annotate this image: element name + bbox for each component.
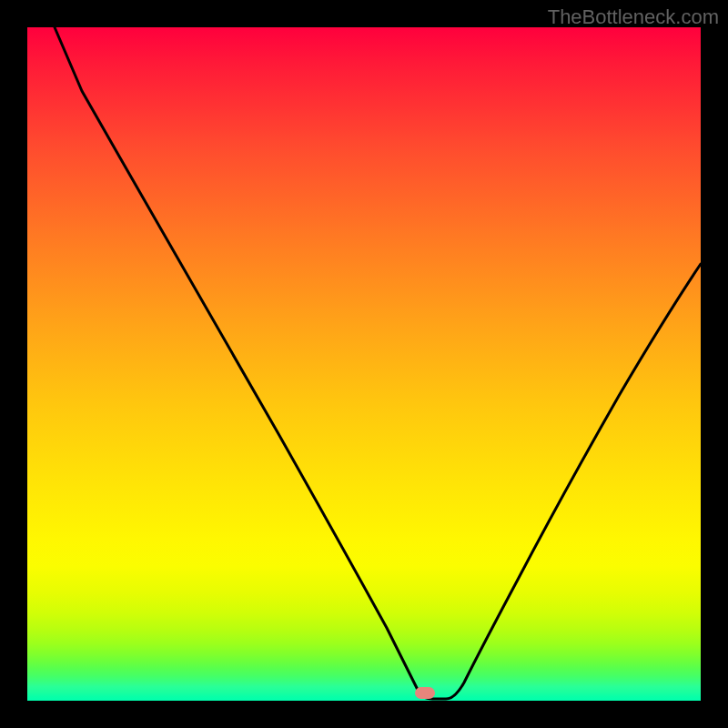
watermark-text: TheBottleneck.com <box>548 5 719 29</box>
bottleneck-marker <box>415 687 435 699</box>
chart-curve <box>27 27 701 701</box>
curve-path <box>55 27 701 699</box>
